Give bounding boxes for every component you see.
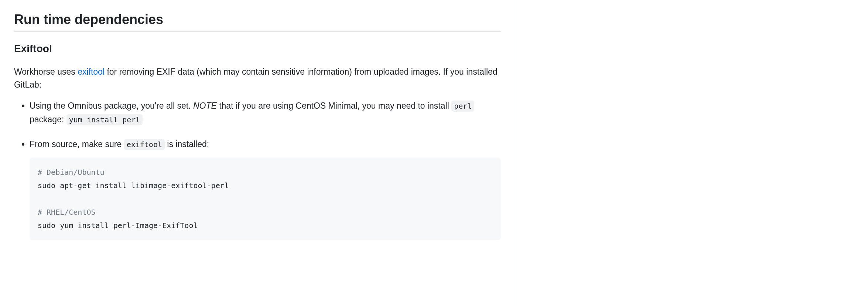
bullet-list: Using the Omnibus package, you're all se… [14,99,501,240]
code-comment: # RHEL/CentOS [38,208,96,217]
bullet1-code-yum: yum install perl [66,114,143,125]
bullet1-code-perl: perl [451,101,474,112]
section-heading: Run time dependencies [14,11,501,32]
code-line: sudo yum install perl-Image-ExifTool [38,221,198,230]
bullet1-text-mid1: that if you are using CentOS Minimal, yo… [217,101,451,110]
intro-text-pre: Workhorse uses [14,67,78,76]
subsection-heading: Exiftool [14,42,501,55]
bullet1-text-mid2: package: [30,115,66,124]
code-comment: # Debian/Ubuntu [38,168,105,177]
list-item: Using the Omnibus package, you're all se… [30,99,501,126]
intro-paragraph: Workhorse uses exiftool for removing EXI… [14,65,501,91]
list-item: From source, make sure exiftool is insta… [30,137,501,241]
bullet1-text-pre: Using the Omnibus package, you're all se… [30,101,193,110]
code-line: sudo apt-get install libimage-exiftool-p… [38,181,229,190]
bullet1-note: NOTE [193,101,217,110]
bullet2-code-exiftool: exiftool [124,139,165,150]
document-content: Run time dependencies Exiftool Workhorse… [0,0,515,306]
exiftool-link[interactable]: exiftool [78,67,105,76]
bullet2-text-post: is installed: [165,139,209,149]
code-block: # Debian/Ubuntu sudo apt-get install lib… [30,157,501,240]
bullet2-text-pre: From source, make sure [30,139,124,149]
